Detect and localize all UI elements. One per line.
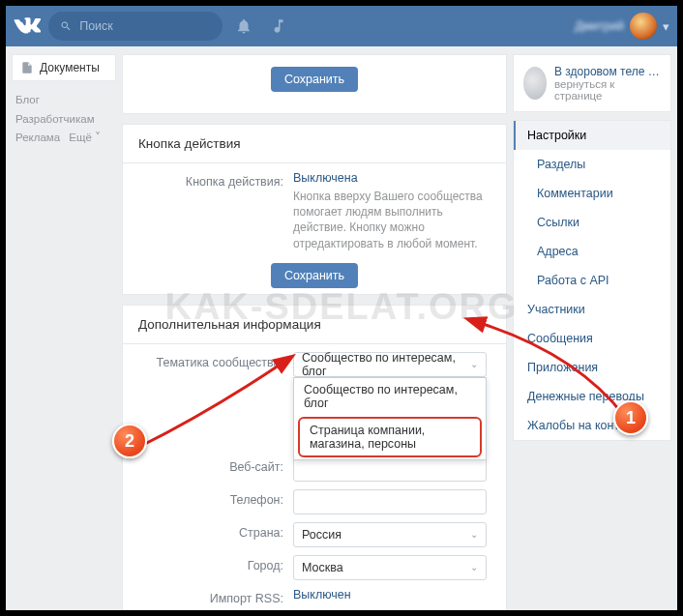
annotation-badge-2: 2 — [112, 424, 147, 458]
website-label: Веб-сайт: — [138, 456, 283, 474]
notifications-icon[interactable] — [230, 13, 257, 40]
user-avatar — [630, 13, 657, 40]
phone-input[interactable] — [293, 489, 487, 514]
right-sidebar: В здоровом теле здоров… вернуться к стра… — [513, 46, 677, 610]
phone-label: Телефон: — [138, 489, 283, 507]
annotation-badge-1: 1 — [613, 400, 648, 435]
rss-label: Импорт RSS: — [138, 588, 283, 605]
main-column: Сохранить Кнопка действия Кнопка действи… — [122, 46, 513, 610]
city-select[interactable]: Москва ⌄ — [293, 555, 487, 580]
action-value[interactable]: Выключена — [293, 171, 358, 185]
save-button-top[interactable]: Сохранить — [271, 67, 358, 92]
country-select[interactable]: Россия ⌄ — [293, 522, 487, 547]
link-ads[interactable]: Реклама — [15, 132, 60, 143]
chevron-down-icon: ⌄ — [470, 359, 478, 369]
search-box[interactable] — [48, 12, 223, 41]
vk-logo[interactable] — [14, 13, 41, 40]
action-label: Кнопка действия: — [138, 171, 283, 189]
country-value: Россия — [302, 528, 342, 542]
footer-links: Блог Разработчикам Реклама Ещё ˅ — [12, 91, 116, 148]
community-avatar — [523, 67, 547, 100]
card-action-button: Кнопка действия Кнопка действия: Выключе… — [122, 124, 507, 295]
nav-members[interactable]: Участники — [514, 295, 670, 324]
community-header[interactable]: В здоровом теле здоров… вернуться к стра… — [513, 54, 671, 112]
country-label: Страна: — [138, 522, 283, 540]
nav-comments[interactable]: Комментарии — [514, 179, 670, 208]
document-icon — [20, 61, 34, 74]
nav-apps[interactable]: Приложения — [514, 353, 670, 382]
link-dev[interactable]: Разработчикам — [15, 113, 95, 125]
chevron-down-icon: ⌄ — [470, 562, 478, 572]
card-additional-info: Дополнительная информация Тематика сообщ… — [122, 305, 507, 616]
nav-money[interactable]: Денежные переводы — [514, 382, 670, 411]
sidebar-item-documents[interactable]: Документы — [12, 54, 116, 81]
search-input[interactable] — [79, 19, 211, 33]
topic-option-blog[interactable]: Сообщество по интересам, блог — [294, 378, 486, 415]
search-icon — [60, 19, 72, 33]
city-value: Москва — [302, 561, 343, 574]
topic-label: Тематика сообщества: — [138, 352, 283, 369]
top-header: Дмитрий ▾ — [6, 6, 677, 46]
user-menu[interactable]: Дмитрий ▾ — [575, 13, 669, 40]
link-blog[interactable]: Блог — [15, 94, 40, 105]
rss-value[interactable]: Выключен — [293, 588, 351, 601]
sidebar-documents-label: Документы — [40, 61, 100, 74]
left-sidebar: Документы Блог Разработчикам Реклама Ещё… — [6, 46, 122, 610]
nav-addresses[interactable]: Адреса — [514, 237, 670, 266]
community-back-link[interactable]: вернуться к странице — [554, 78, 661, 102]
card-top-save: Сохранить — [122, 54, 507, 114]
nav-messages[interactable]: Сообщения — [514, 324, 670, 353]
music-icon[interactable] — [265, 13, 292, 40]
action-hint: Кнопка вверху Вашего сообщества помогает… — [293, 189, 490, 251]
topic-select[interactable]: Сообщество по интересам, блог ⌄ — [293, 352, 487, 377]
card-add-title: Дополнительная информация — [123, 306, 506, 344]
nav-sections[interactable]: Разделы — [514, 150, 670, 179]
save-button-action[interactable]: Сохранить — [271, 263, 358, 288]
settings-nav: Настройки Разделы Комментарии Ссылки Адр… — [513, 120, 671, 441]
topic-option-company[interactable]: Страница компании, магазина, персоны — [298, 417, 482, 457]
chevron-down-icon: ▾ — [663, 19, 669, 34]
community-name: В здоровом теле здоров… — [554, 65, 661, 78]
username: Дмитрий — [575, 19, 624, 33]
nav-api[interactable]: Работа с API — [514, 266, 670, 295]
nav-settings[interactable]: Настройки — [514, 121, 670, 150]
chevron-down-icon: ⌄ — [470, 529, 478, 540]
city-label: Город: — [138, 555, 283, 572]
topic-selected: Сообщество по интересам, блог — [302, 351, 470, 378]
card-action-title: Кнопка действия — [123, 125, 506, 163]
topic-dropdown: Сообщество по интересам, блог Страница к… — [293, 377, 487, 460]
nav-links[interactable]: Ссылки — [514, 208, 670, 237]
link-more[interactable]: Ещё ˅ — [69, 132, 101, 143]
